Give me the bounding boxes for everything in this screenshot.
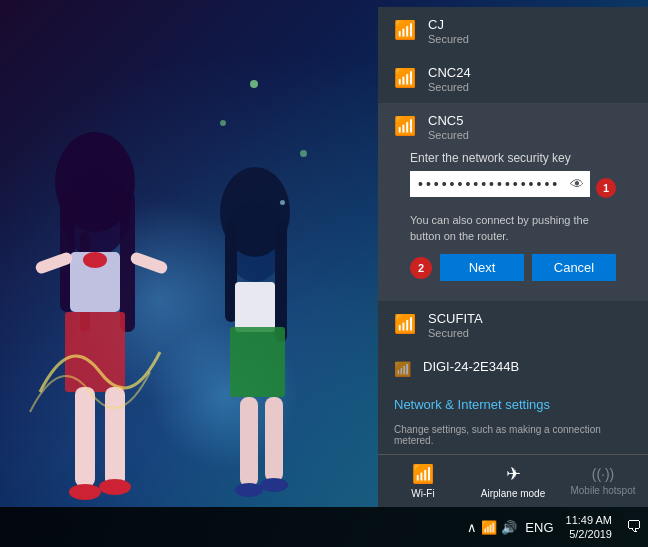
network-item-cnc5[interactable]: 📶 CNC5 Secured Enter the network securit…: [378, 103, 648, 301]
network-item-cnc5-header: 📶 CNC5 Secured: [394, 113, 632, 141]
wifi-bottom-icon: 📶: [412, 463, 434, 485]
language-label: ENG: [525, 520, 553, 535]
network-item-cnc24[interactable]: 📶 CNC24 Secured: [378, 55, 648, 103]
svg-rect-17: [275, 222, 287, 342]
connect-hint: You can also connect by pushing the butt…: [410, 213, 616, 244]
network-info-scufita: SCUFITA Secured: [428, 311, 632, 339]
airplane-icon: ✈: [506, 463, 521, 485]
particle: [280, 200, 285, 205]
network-status-cnc5: Secured: [428, 129, 632, 141]
svg-point-23: [260, 478, 288, 492]
system-tray[interactable]: ∧ 📶 🔊: [463, 507, 521, 547]
network-name-digi: DIGI-24-2E344B: [423, 359, 632, 374]
network-name-cj: CJ: [428, 17, 632, 32]
svg-rect-21: [265, 397, 283, 482]
svg-rect-18: [235, 282, 275, 332]
time-display: 11:49 AM: [566, 513, 612, 527]
character-right: [180, 152, 340, 512]
particle: [220, 120, 226, 126]
svg-rect-20: [240, 397, 258, 487]
network-status-cj: Secured: [428, 33, 632, 45]
taskbar: ∧ 📶 🔊 ENG 11:49 AM 5/2/2019 🗨: [0, 507, 648, 547]
network-info-cnc24: CNC24 Secured: [428, 65, 632, 93]
quick-action-airplane[interactable]: ✈ Airplane mode: [468, 455, 558, 507]
wifi-icon-cnc5: 📶: [394, 115, 416, 137]
notification-button[interactable]: 🗨: [620, 518, 648, 536]
particle: [250, 80, 258, 88]
button-row: 2 Next Cancel: [410, 254, 616, 281]
taskbar-clock[interactable]: 11:49 AM 5/2/2019: [558, 513, 620, 542]
cancel-button[interactable]: Cancel: [532, 254, 616, 281]
quick-action-mobile[interactable]: ((·)) Mobile hotspot: [558, 455, 648, 507]
wifi-icon-cnc24: 📶: [394, 67, 416, 89]
wifi-icon-digi: 📶: [394, 361, 411, 377]
mobile-icon: ((·)): [592, 466, 615, 482]
network-info-cnc5: CNC5 Secured: [428, 113, 632, 141]
password-label: Enter the network security key: [410, 151, 616, 165]
next-button[interactable]: Next: [440, 254, 524, 281]
date-display: 5/2/2019: [569, 527, 612, 541]
network-settings-sub: Change settings, such as making a connec…: [378, 422, 648, 454]
eye-icon[interactable]: 👁: [568, 174, 586, 194]
wifi-icon-scufita: 📶: [394, 313, 416, 335]
password-input-wrapper: 👁: [410, 171, 590, 197]
airplane-label: Airplane mode: [481, 488, 545, 499]
svg-rect-8: [105, 387, 125, 487]
network-item-cj[interactable]: 📶 CJ Secured: [378, 7, 648, 55]
mobile-label: Mobile hotspot: [570, 485, 635, 496]
svg-point-10: [99, 479, 131, 495]
network-settings-link[interactable]: Network & Internet settings: [378, 387, 648, 422]
svg-rect-7: [75, 387, 95, 487]
chevron-up-icon: ∧: [467, 520, 477, 535]
network-name-cnc5: CNC5: [428, 113, 632, 128]
volume-icon: 🔊: [501, 520, 517, 535]
wifi-icon-cj: 📶: [394, 19, 416, 41]
badge-1: 1: [596, 178, 616, 198]
svg-rect-19: [230, 327, 285, 397]
network-item-digi[interactable]: 📶 DIGI-24-2E344B: [378, 349, 648, 387]
network-status-scufita: Secured: [428, 327, 632, 339]
network-name-scufita: SCUFITA: [428, 311, 632, 326]
network-item-scufita[interactable]: 📶 SCUFITA Secured: [378, 301, 648, 349]
svg-rect-6: [65, 312, 125, 392]
password-section: Enter the network security key 👁 1 You c…: [394, 141, 632, 291]
quick-action-wifi[interactable]: 📶 Wi-Fi: [378, 455, 468, 507]
language-indicator[interactable]: ENG: [521, 507, 557, 547]
network-tray-icon: 📶: [481, 520, 497, 535]
network-status-cnc24: Secured: [428, 81, 632, 93]
svg-point-22: [235, 483, 263, 497]
wifi-label: Wi-Fi: [411, 488, 434, 499]
quick-actions: 📶 Wi-Fi ✈ Airplane mode ((·)) Mobile hot…: [378, 454, 648, 507]
network-name-cnc24: CNC24: [428, 65, 632, 80]
password-input[interactable]: [410, 171, 590, 197]
svg-point-11: [83, 252, 107, 268]
svg-point-9: [69, 484, 101, 500]
network-info-cj: CJ Secured: [428, 17, 632, 45]
notification-icon: 🗨: [626, 518, 642, 535]
network-info-digi: DIGI-24-2E344B: [423, 359, 632, 374]
badge-2: 2: [410, 257, 432, 279]
particle: [300, 150, 307, 157]
network-panel: 📶 CJ Secured 📶 CNC24 Secured 📶 CNC5 Secu…: [378, 7, 648, 507]
svg-rect-13: [129, 251, 169, 275]
